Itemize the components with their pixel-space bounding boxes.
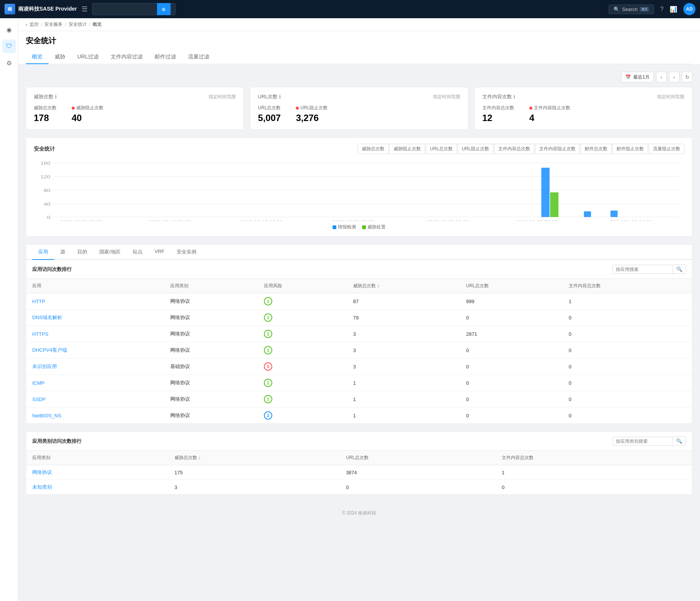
search-shortcut-btn[interactable]: 🔍 Search ⌘K [609, 5, 654, 14]
cat-name-unknown[interactable]: 未知类别 [26, 480, 168, 495]
app-cat-ssdp: 网络协议 [164, 391, 258, 407]
category-search-input[interactable] [612, 437, 673, 446]
app-name-netbios[interactable]: NetBIOS_NS [26, 407, 164, 424]
app-name-dns[interactable]: DNS域名解析 [26, 310, 164, 326]
tab-mail-filter[interactable]: 邮件过滤 [149, 50, 182, 64]
app-table-header: 应用访问次数排行 🔍 [26, 260, 692, 279]
breadcrumb-monitor[interactable]: 监控 [30, 21, 39, 28]
footer-text: © 2024 南凌科技 [342, 510, 376, 516]
chart-area: 0 40 80 120 160 2023-12-05 00:00 2023-12… [34, 160, 684, 221]
top-search-input[interactable] [93, 6, 157, 12]
file-block-label: 文件内容阻止次数 [529, 105, 570, 111]
app-search-icon: 🔍 [676, 266, 683, 272]
sidebar-item-settings[interactable]: ⚙ [2, 56, 16, 70]
category-table-search: 🔍 [612, 436, 686, 446]
chart-tab-mail-block[interactable]: 邮件阻止次数 [612, 144, 648, 154]
url-total-metric: URL总次数 5,007 [258, 105, 281, 123]
app-url-unknown: 0 [460, 359, 563, 375]
category-search-btn[interactable]: 🔍 [673, 436, 686, 446]
table-row: HTTP 网络协议 1 87 999 1 [26, 293, 692, 310]
chart-tab-traffic-block[interactable]: 流量阻止次数 [649, 144, 684, 154]
breadcrumb-security-service[interactable]: 安全服务 [44, 21, 63, 28]
app-name-ssdp[interactable]: SSDP [26, 391, 164, 407]
category-table: 应用类别 威胁总次数 ↓ URL总次数 文件内容总次数 网络协议 175 387… [26, 451, 692, 494]
search-icon: 🔍 [614, 6, 620, 12]
app-name-https[interactable]: HTTPS [26, 326, 164, 342]
sub-tab-region[interactable]: 国家/地区 [93, 245, 127, 260]
svg-text:2023-12-25 00:00: 2023-12-25 00:00 [427, 220, 469, 221]
col-cat-url: URL总次数 [340, 451, 496, 465]
chart-tab-file-block[interactable]: 文件内容阻止次数 [535, 144, 580, 154]
next-date-btn[interactable]: › [669, 72, 680, 82]
sidebar-item-monitor[interactable]: ◉ [2, 23, 16, 36]
help-icon[interactable]: ? [660, 6, 664, 13]
file-time-label: 指定时间范围 [657, 94, 684, 100]
svg-rect-18 [550, 192, 559, 217]
app-search-input[interactable] [612, 265, 673, 274]
chart-tab-threat-block[interactable]: 威胁阻止次数 [389, 144, 425, 154]
sub-tab-app[interactable]: 应用 [32, 245, 54, 260]
app-search-btn[interactable]: 🔍 [673, 264, 686, 274]
refresh-btn[interactable]: ↻ [682, 72, 692, 82]
svg-text:120: 120 [41, 175, 50, 179]
app-name-icmp[interactable]: ICMP [26, 375, 164, 391]
url-block-metric: URL阻止次数 3,276 [296, 105, 328, 123]
tab-traffic-filter[interactable]: 流量过滤 [182, 50, 215, 64]
legend-detection: 情报检测 [333, 224, 356, 230]
prev-date-btn[interactable]: ‹ [656, 72, 667, 82]
hamburger-icon[interactable]: ☰ [82, 5, 88, 13]
app-threat-unknown: 3 [347, 359, 460, 375]
app-table-section: 应用访问次数排行 🔍 应用 应用类别 应用风险 威胁总次数 ↓ URL总次数 [26, 260, 692, 424]
tab-threat[interactable]: 威胁 [49, 50, 71, 64]
chart-icon[interactable]: 📊 [670, 6, 677, 13]
app-url-icmp: 0 [460, 375, 563, 391]
app-name-http[interactable]: HTTP [26, 293, 164, 310]
url-block-label: URL阻止次数 [296, 105, 328, 111]
threat-info-icon: ℹ [55, 94, 57, 99]
tab-file-filter[interactable]: 文件内容过滤 [105, 50, 149, 64]
logo-icon: 南 [5, 4, 15, 14]
sub-tab-source[interactable]: 源 [54, 245, 71, 260]
url-total-label: URL总次数 [258, 105, 281, 111]
app-threat-https: 3 [347, 326, 460, 342]
svg-text:2023-12-20 00:00: 2023-12-20 00:00 [332, 220, 374, 221]
table-row: 未知类别 3 0 0 [26, 480, 692, 495]
breadcrumb-chevron: › [26, 22, 27, 27]
app-name-unknown[interactable]: 未识别应用 [26, 359, 164, 375]
url-info-icon: ℹ [279, 94, 281, 99]
legend-detection-dot [333, 225, 336, 229]
chart-tab-url-block[interactable]: URL阻止次数 [458, 144, 493, 154]
app-cat-icmp: 网络协议 [164, 375, 258, 391]
app-threat-dns: 79 [347, 310, 460, 326]
breadcrumb-security-stats[interactable]: 安全统计 [69, 21, 87, 28]
tab-overview[interactable]: 概览 [26, 50, 49, 64]
threat-card-title: 威胁次数 ℹ [34, 93, 57, 100]
sub-tab-vrf[interactable]: VRF [149, 245, 171, 260]
cat-name-network[interactable]: 网络协议 [26, 465, 168, 480]
col-risk: 应用风险 [258, 279, 347, 293]
chart-tab-threat-total[interactable]: 威胁总次数 [358, 144, 389, 154]
calendar-icon: 📅 [625, 74, 631, 80]
chart-tabs: 威胁总次数 威胁阻止次数 URL总次数 URL阻止次数 文件内容总次数 文件内容… [358, 144, 684, 154]
sub-tab-site[interactable]: 站点 [127, 245, 149, 260]
app-file-http: 1 [563, 293, 692, 310]
threat-metrics: 威胁总次数 178 威胁阻止次数 40 [34, 105, 236, 123]
chart-tab-url-total[interactable]: URL总次数 [426, 144, 457, 154]
sub-tab-security-instance[interactable]: 安全实例 [171, 245, 202, 260]
tab-url-filter[interactable]: URL过滤 [71, 50, 105, 64]
cat-file-network: 1 [496, 465, 692, 480]
sidebar-item-security[interactable]: 🛡 [2, 39, 16, 53]
stats-card-threat: 威胁次数 ℹ 指定时间范围 威胁总次数 178 威胁阻止次数 [26, 87, 244, 130]
sub-tab-destination[interactable]: 目的 [71, 245, 93, 260]
app-file-netbios: 0 [563, 407, 692, 424]
date-range-btn[interactable]: 📅 最近1月 [621, 72, 654, 82]
top-search-btn[interactable]: ⊕ [157, 3, 171, 15]
file-total-metric: 文件内容总次数 12 [482, 105, 514, 123]
chart-tab-mail-total[interactable]: 邮件总次数 [581, 144, 612, 154]
chart-tab-file-total[interactable]: 文件内容总次数 [494, 144, 534, 154]
threat-block-label: 威胁阻止次数 [72, 105, 104, 111]
url-block-value: 3,276 [296, 113, 328, 123]
avatar[interactable]: AD [683, 3, 695, 15]
app-name-dhcp[interactable]: DHCPV4客户端 [26, 342, 164, 359]
app-risk-dns: 1 [258, 310, 347, 326]
